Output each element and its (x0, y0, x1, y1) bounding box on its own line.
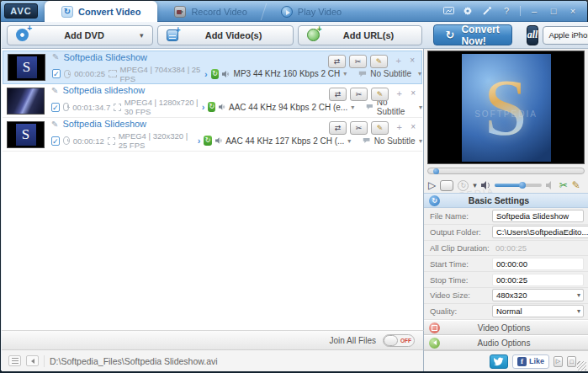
facebook-icon: f (517, 357, 527, 366)
chevron-down-icon[interactable]: ▾ (351, 104, 354, 111)
stop-time-row: Stop Time: 00:00:25 (424, 272, 588, 288)
twitter-button[interactable] (490, 354, 508, 369)
select-checkbox[interactable]: ✓ (52, 69, 61, 78)
log-monitor-icon[interactable] (442, 7, 454, 16)
video-thumbnail[interactable]: S (8, 54, 45, 81)
trim-scissors-button[interactable]: ✂ (350, 121, 368, 135)
list-view-button[interactable] (8, 355, 21, 366)
add-icon[interactable]: + (396, 56, 401, 66)
join-all-files-bar: Join All Files OFF (2, 330, 424, 349)
resize-grip[interactable] (577, 361, 586, 370)
close-button[interactable]: × (567, 6, 579, 16)
effects-wand-button[interactable]: ✎ (371, 88, 389, 101)
trim-scissors-button[interactable]: ✂ (350, 88, 368, 101)
remove-item-button[interactable]: × (411, 88, 416, 98)
start-time-input[interactable]: 00:00:00 (492, 258, 584, 270)
effects-wand-button[interactable]: ✎ (572, 179, 580, 191)
dvd-disc-icon (16, 29, 29, 41)
subtitle-dropdown[interactable]: No Subtitle (374, 136, 416, 146)
audio-options-icon (429, 338, 440, 349)
audio-track-dropdown[interactable]: AAC 44 KHz 94 Kbps 2 CH (e... (229, 103, 347, 112)
share-menu-button[interactable]: □ (567, 356, 576, 367)
settings-gear-icon[interactable] (462, 6, 474, 16)
effects-wand-button[interactable]: ✎ (371, 121, 389, 135)
video-format-icon (108, 137, 115, 145)
add-videos-button[interactable]: Add Video(s) (157, 25, 294, 45)
add-icon[interactable]: + (397, 88, 402, 99)
trim-scissors-button[interactable]: ✂ (349, 55, 367, 68)
video-title: Softpedia Slideshow (62, 119, 146, 129)
effects-wand-button[interactable]: ✎ (370, 55, 388, 68)
tab-convert-video[interactable]: ↻ Convert Video (45, 1, 157, 22)
convert-item-button[interactable]: ⇄ (328, 55, 346, 68)
clip-scissors-button[interactable]: ✂ (559, 179, 568, 191)
stop-time-input[interactable]: 00:00:25 (492, 274, 584, 286)
convert-now-button[interactable]: ↻ Convert Now! (433, 24, 512, 45)
edit-title-icon[interactable]: ✎ (51, 86, 58, 95)
file-name-row: File Name: Softpedia Slideshow (424, 209, 588, 225)
mute-speaker-icon[interactable] (546, 181, 555, 189)
toggle-state: OFF (398, 338, 414, 344)
chevron-down-icon[interactable]: ▾ (140, 31, 144, 40)
quality-dropdown[interactable]: Normal▾ (492, 305, 584, 317)
seek-slider[interactable] (427, 168, 585, 174)
audio-track-dropdown[interactable]: AAC 44 KHz 127 Kbps 2 CH (... (225, 136, 344, 146)
edit-title-icon[interactable]: ✎ (51, 120, 58, 129)
tab-play-video[interactable]: Play Video (264, 1, 358, 22)
chevron-down-icon[interactable]: ▾ (419, 137, 422, 145)
basic-settings-header[interactable]: ↻ Basic Settings (424, 193, 588, 208)
subtitle-dropdown[interactable]: No Subtitle (370, 69, 415, 78)
list-item[interactable]: ✎ Softpedia slideshow ✓ 00:01:34.7 MPEG4… (3, 84, 422, 118)
convert-item-button[interactable]: ⇄ (329, 121, 347, 135)
play-button[interactable]: ▷ (428, 179, 436, 191)
video-options-bar[interactable]: Video Options (424, 320, 588, 335)
clip-duration-row: All Clip Duration: 00:00:25 (424, 241, 588, 257)
convert-item-button[interactable]: ⇄ (329, 88, 347, 101)
chevron-down-icon[interactable]: ▾ (418, 70, 421, 77)
video-thumbnail[interactable]: S (7, 121, 45, 148)
add-icon[interactable]: + (397, 122, 402, 132)
clip-duration-value: 00:00:25 (492, 242, 584, 254)
video-thumbnail[interactable] (7, 88, 45, 115)
tab-record-video[interactable]: Record Video (157, 1, 263, 22)
facebook-like-button[interactable]: f Like (512, 354, 549, 369)
chevron-down-icon: ▾ (577, 307, 580, 315)
speaker-icon (219, 103, 225, 111)
volume-handle[interactable] (519, 182, 526, 189)
share-next-button[interactable]: ▷ (554, 356, 563, 367)
output-folder-input[interactable]: C:\Users\SoftpediaEdito... (492, 226, 588, 238)
list-item[interactable]: S ✎ Softpedia Slideshow ✓ 00:00:12 MPEG4… (3, 118, 422, 152)
add-urls-button[interactable]: Add URL(s) (298, 25, 422, 45)
join-all-files-label: Join All Files (329, 336, 376, 345)
video-size-dropdown[interactable]: 480x320▾ (492, 289, 584, 301)
add-dvd-button[interactable]: Add DVD ▾ (7, 25, 153, 45)
file-name-input[interactable]: Softpedia Slideshow (492, 210, 584, 222)
clock-icon (64, 70, 72, 78)
remove-item-button[interactable]: × (411, 122, 416, 131)
clock-icon (63, 103, 70, 111)
minimize-button[interactable]: – (528, 6, 540, 16)
seek-handle[interactable] (433, 168, 439, 174)
chevron-down-icon[interactable]: ▾ (419, 104, 422, 111)
audio-track-dropdown[interactable]: MP3 44 KHz 160 Kbps 2 CH (234, 69, 341, 78)
video-preview[interactable]: S SOFTPEDIA (427, 51, 585, 164)
record-camera-icon (174, 6, 186, 18)
help-button[interactable]: ? (501, 6, 512, 16)
twitter-bird-icon (493, 357, 504, 366)
select-checkbox[interactable]: ✓ (51, 136, 60, 146)
snapshot-button[interactable] (440, 180, 453, 191)
profile-all-button[interactable]: all (527, 25, 539, 45)
chevron-down-icon[interactable]: ▾ (347, 137, 351, 145)
join-all-files-toggle[interactable]: OFF (383, 334, 415, 347)
volume-slider[interactable] (495, 184, 542, 187)
remove-item-button[interactable]: × (410, 56, 415, 65)
audio-options-bar[interactable]: Audio Options (424, 335, 588, 350)
list-item[interactable]: S ✎ Softpedia Slideshow ✓ 00:00:25 MPEG4… (3, 51, 422, 84)
select-checkbox[interactable]: ✓ (51, 103, 60, 112)
edit-title-icon[interactable]: ✎ (52, 52, 59, 61)
wand-icon[interactable] (481, 6, 493, 16)
output-format-dropdown[interactable]: Apple iPhone MPEG-4 Movie (*.mp4) ▾ (543, 26, 588, 45)
chevron-down-icon[interactable]: ▾ (343, 70, 347, 77)
collapse-button[interactable] (26, 355, 39, 366)
maximize-button[interactable]: □ (548, 6, 559, 16)
